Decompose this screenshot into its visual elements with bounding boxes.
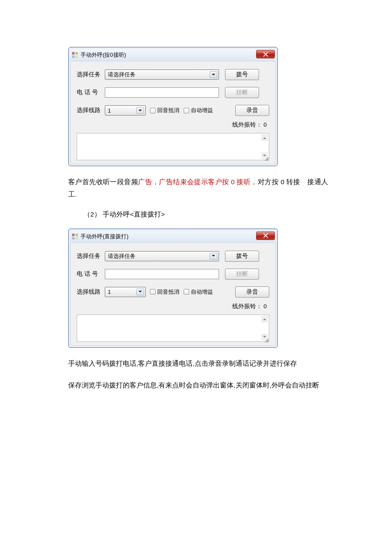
record-button[interactable]: 录音 [235,105,269,116]
echo-label: 回音抵消 [157,107,179,114]
line-combo-value: 1 [108,289,111,295]
chevron-down-icon [136,107,144,114]
titlebar[interactable]: 手动外呼(直接拨打) [70,231,276,243]
window-title: 手动外呼(按0接听) [81,51,126,59]
client-area: 选择任务 请选择任务 拨号 电 话 号 挂断 选择线路 1 [70,243,276,346]
section-heading-2: （2） 手动外呼<直接拨打> [84,210,328,219]
notes-textarea[interactable] [77,315,269,342]
hangup-button[interactable]: 挂断 [225,87,259,98]
line-combo-value: 1 [108,107,111,114]
checkbox-box-icon [184,108,189,113]
label-task: 选择任务 [77,71,105,78]
close-button[interactable] [256,50,275,58]
checkbox-box-icon [150,289,156,295]
resize-grip-icon[interactable] [263,156,268,161]
checkbox-box-icon [184,289,189,295]
titlebar[interactable]: 手动外呼(按0接听) [70,49,276,61]
ring-status: 线外振铃： 0 [77,121,269,129]
client-area: 选择任务 请选择任务 拨号 电 话 号 挂断 选择线路 1 [70,61,276,164]
task-combo[interactable]: 请选择任务 [105,251,219,261]
line-combo[interactable]: 1 [105,287,146,297]
phone-input[interactable] [105,269,219,279]
label-phone: 电 话 号 [77,270,105,278]
close-icon [263,233,268,238]
gain-label: 自动增益 [191,288,213,296]
gain-checkbox[interactable]: 自动增益 [184,288,213,296]
chevron-down-icon [136,289,144,295]
checkbox-box-icon [150,108,156,113]
paragraph-2: 手动输入号码拨打电话,客户直接接通电话,点击录音录制通话记录并进行保存 [68,357,328,370]
paragraph-3: 保存浏览手动拨打的客户信息,有来点时会自动弹出窗体,关闭窗体时,外呼会自动挂断 [68,379,328,391]
echo-checkbox[interactable]: 回音抵消 [150,288,179,296]
chevron-down-icon [210,71,217,78]
chevron-down-icon [210,253,217,260]
dial-button[interactable]: 拨号 [225,69,259,80]
gain-checkbox[interactable]: 自动增益 [184,107,213,114]
echo-checkbox[interactable]: 回音抵消 [150,107,179,114]
task-combo[interactable]: 请选择任务 [105,69,219,80]
label-task: 选择任务 [77,252,105,260]
app-icon [72,234,78,240]
close-button[interactable] [256,231,275,240]
label-phone: 电 话 号 [77,89,105,96]
resize-grip-icon[interactable] [263,337,268,342]
notes-textarea[interactable] [77,133,269,160]
window-title: 手动外呼(直接拨打) [81,233,129,240]
label-line: 选择线路 [77,288,105,296]
dialog-press0: 手动外呼(按0接听) 选择任务 请选择任务 拨号 电 话 号 挂断 [68,47,278,166]
label-line: 选择线路 [77,107,105,114]
paragraph-1: 客户首先收听一段音频广告，广告结束会提示客户按 0 接听，对方按 0 转接 接通… [68,176,328,201]
close-icon [263,52,268,57]
echo-label: 回音抵消 [157,288,179,296]
task-combo-value: 请选择任务 [108,252,135,260]
scroll-up-icon[interactable] [261,134,268,141]
gain-label: 自动增益 [191,107,213,114]
line-combo[interactable]: 1 [105,105,146,116]
record-button[interactable]: 录音 [235,286,269,298]
scroll-up-icon[interactable] [261,316,268,323]
task-combo-value: 请选择任务 [108,71,135,78]
ring-status: 线外振铃： 0 [77,303,269,310]
app-icon [72,52,78,58]
dialog-direct-dial: 手动外呼(直接拨打) 选择任务 请选择任务 拨号 电 话 号 挂断 [68,228,278,348]
phone-input[interactable] [105,87,219,98]
dial-button[interactable]: 拨号 [225,251,259,262]
hangup-button[interactable]: 挂断 [225,269,259,280]
